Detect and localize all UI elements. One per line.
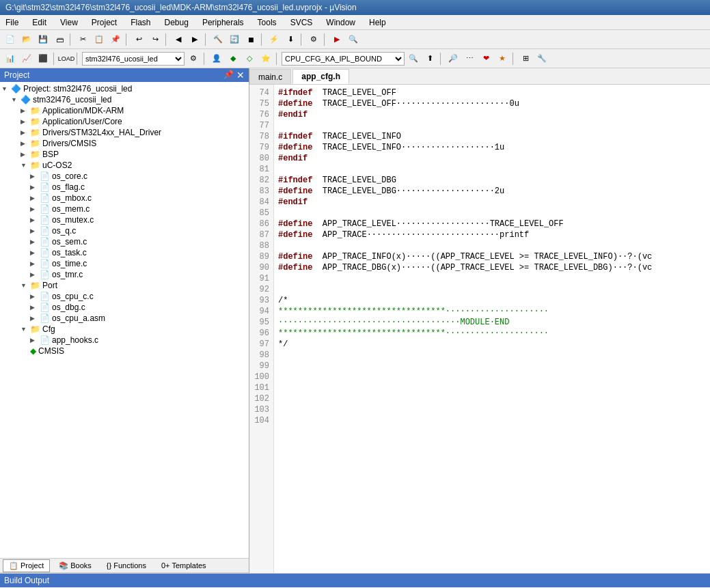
menu-edit[interactable]: Edit	[29, 16, 49, 29]
menu-file[interactable]: File	[3, 16, 21, 29]
tree-item[interactable]: ▶📄os_cpu_c.c	[0, 291, 249, 302]
menu-peripherals[interactable]: Peripherals	[200, 16, 247, 29]
tree-expand-icon[interactable]: ▶	[21, 129, 30, 136]
back-btn[interactable]: ◀	[171, 32, 186, 47]
close-icon[interactable]: ✕	[236, 70, 245, 81]
tb2-sym3-btn[interactable]: ◇	[242, 51, 257, 66]
tree-expand-icon[interactable]: ▶	[30, 195, 40, 201]
tree-item[interactable]: ▶📁Drivers/STM32L4xx_HAL_Driver	[0, 127, 249, 138]
tree-item[interactable]: ▼📁uC-OS2	[0, 160, 249, 171]
tb2-settings-btn[interactable]: ⚙	[186, 51, 201, 66]
menu-tools[interactable]: Tools	[255, 16, 279, 29]
tab-app-cfg-h[interactable]: app_cfg.h	[292, 69, 349, 84]
undo-btn[interactable]: ↩	[131, 32, 146, 47]
tb2-sym2-btn[interactable]: ◆	[226, 51, 241, 66]
tree-item[interactable]: ▶📄os_tmr.c	[0, 269, 249, 280]
tb2-btn1[interactable]: 📊	[3, 51, 18, 66]
menu-help[interactable]: Help	[366, 16, 389, 29]
tb2-btn3[interactable]: ⬛	[36, 51, 51, 66]
tb2-sym4-btn[interactable]: ⭐	[258, 51, 273, 66]
menu-view[interactable]: View	[57, 16, 81, 29]
pin-icon[interactable]: 📌	[223, 70, 234, 81]
tree-item[interactable]: ▶📄os_cpu_a.asm	[0, 313, 249, 324]
tree-item[interactable]: ▼🔷Project: stm32l476_ucosii_led	[0, 83, 249, 94]
tree-expand-icon[interactable]: ▼	[11, 96, 21, 103]
debug-start-btn[interactable]: ▶	[329, 32, 344, 47]
tree-expand-icon[interactable]: ▶	[30, 216, 40, 223]
tree-expand-icon[interactable]: ▶	[21, 118, 30, 125]
tree-expand-icon[interactable]: ▶	[30, 184, 40, 191]
tree-expand-icon[interactable]: ▶	[30, 304, 40, 311]
tree-item[interactable]: ▼📁Port	[0, 280, 249, 291]
tab-books[interactable]: 📚 Books	[53, 559, 98, 572]
tree-expand-icon[interactable]: ▶	[30, 238, 40, 245]
tree-expand-icon[interactable]: ▶	[30, 293, 40, 300]
cut-btn[interactable]: ✂	[75, 32, 90, 47]
tree-item[interactable]: ▶📁Application/MDK-ARM	[0, 105, 249, 116]
tree-expand-icon[interactable]: ▶	[30, 173, 40, 180]
paste-btn[interactable]: 📌	[108, 32, 123, 47]
tab-main-c[interactable]: main.c	[249, 69, 291, 84]
tb2-grid-btn[interactable]: ⊞	[518, 51, 533, 66]
tree-expand-icon[interactable]: ▶	[30, 315, 40, 322]
tree-item[interactable]: ◆CMSIS	[0, 346, 249, 356]
tree-item[interactable]: ▶📄os_time.c	[0, 258, 249, 269]
tb2-more-btn[interactable]: ⋯	[462, 51, 477, 66]
tree-expand-icon[interactable]: ▶	[30, 337, 40, 344]
tree-item[interactable]: ▶📁Drivers/CMSIS	[0, 138, 249, 149]
debug2-btn[interactable]: 🔍	[346, 32, 361, 47]
tree-item[interactable]: ▶📄os_task.c	[0, 247, 249, 258]
menu-debug[interactable]: Debug	[162, 16, 191, 29]
save-btn[interactable]: 💾	[36, 32, 51, 47]
flash2-btn[interactable]: ⬇	[283, 32, 298, 47]
tb2-heart-btn[interactable]: ❤	[478, 51, 493, 66]
tree-expand-icon[interactable]: ▼	[21, 162, 30, 169]
tree-expand-icon[interactable]: ▼	[21, 282, 30, 289]
menu-window[interactable]: Window	[323, 16, 358, 29]
tb2-star-btn[interactable]: ★	[495, 51, 510, 66]
fwd-btn[interactable]: ▶	[187, 32, 202, 47]
tree-item[interactable]: ▶📁BSP	[0, 149, 249, 160]
tree-expand-icon[interactable]: ▶	[21, 107, 30, 114]
tree-item[interactable]: ▶📄os_q.c	[0, 225, 249, 236]
tree-item[interactable]: ▶📄os_mem.c	[0, 204, 249, 214]
tb2-wrench-btn[interactable]: 🔧	[534, 51, 549, 66]
tree-expand-icon[interactable]: ▶	[30, 249, 40, 256]
tb2-btn2[interactable]: 📈	[19, 51, 34, 66]
tb2-up-btn[interactable]: ⬆	[422, 51, 437, 66]
tb2-sym-btn[interactable]: 👤	[209, 51, 224, 66]
tree-expand-icon[interactable]: ▶	[30, 260, 40, 267]
tree-expand-icon[interactable]: ▼	[21, 326, 30, 333]
copy-btn[interactable]: 📋	[92, 32, 107, 47]
new-file-btn[interactable]: 📄	[3, 32, 18, 47]
code-content[interactable]: #ifndef TRACE_LEVEL_OFF#define TRACE_LEV…	[274, 85, 710, 573]
tree-item[interactable]: ▶📄app_hooks.c	[0, 335, 249, 346]
flash-btn[interactable]: ⚡	[267, 32, 282, 47]
tree-item[interactable]: ▼📁Cfg	[0, 324, 249, 335]
tree-item[interactable]: ▶📄os_mbox.c	[0, 193, 249, 204]
tree-expand-icon[interactable]: ▶	[30, 206, 40, 212]
tree-item[interactable]: ▶📄os_mutex.c	[0, 214, 249, 225]
tree-expand-icon[interactable]: ▶	[30, 271, 40, 278]
tree-item[interactable]: ▶📁Application/User/Core	[0, 116, 249, 127]
tree-expand-icon[interactable]: ▶	[21, 151, 30, 158]
target-options-btn[interactable]: ⚙	[306, 32, 321, 47]
open-btn[interactable]: 📂	[19, 32, 34, 47]
tree-item[interactable]: ▼🔷stm32l476_ucosii_led	[0, 94, 249, 105]
tb2-btn4[interactable]: LOAD	[59, 51, 74, 66]
menu-flash[interactable]: Flash	[128, 16, 153, 29]
tab-functions[interactable]: {} Functions	[100, 559, 152, 572]
tab-templates[interactable]: 0+ Templates	[155, 559, 213, 572]
tree-expand-icon[interactable]: ▼	[1, 85, 11, 92]
tree-expand-icon[interactable]: ▶	[21, 140, 30, 147]
tb2-search-btn[interactable]: 🔎	[446, 51, 461, 66]
menu-project[interactable]: Project	[89, 16, 120, 29]
tree-item[interactable]: ▶📄os_flag.c	[0, 182, 249, 193]
stop-btn[interactable]: ⏹	[243, 32, 258, 47]
redo-btn[interactable]: ↪	[148, 32, 163, 47]
build-btn[interactable]: 🔨	[210, 32, 226, 47]
tree-item[interactable]: ▶📄os_dbg.c	[0, 302, 249, 313]
tree-item[interactable]: ▶📄os_core.c	[0, 171, 249, 182]
save-all-btn[interactable]: 🗃	[52, 32, 67, 47]
tree-expand-icon[interactable]: ▶	[30, 227, 40, 234]
